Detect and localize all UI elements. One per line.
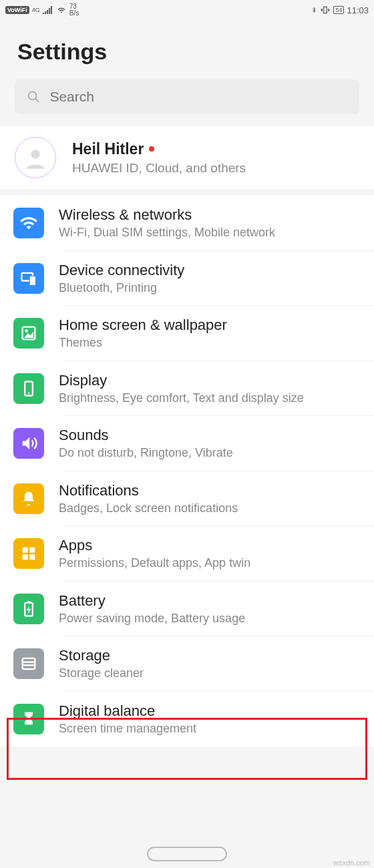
row-title: Notifications — [59, 482, 361, 499]
row-title: Home screen & wallpaper — [59, 316, 361, 334]
settings-row-storage[interactable]: StorageStorage cleaner — [0, 636, 374, 692]
row-sub: Do not disturb, Ringtone, Vibrate — [59, 445, 361, 461]
settings-row-bell[interactable]: NotificationsBadges, Lock screen notific… — [0, 471, 374, 527]
row-sub: Bluetooth, Printing — [59, 280, 361, 296]
row-title: Digital balance — [59, 702, 361, 720]
settings-row-device[interactable]: Device connectivityBluetooth, Printing — [0, 251, 374, 306]
wifi-icon — [13, 208, 44, 238]
bluetooth-icon — [311, 5, 317, 15]
svg-point-8 — [28, 393, 29, 394]
svg-rect-12 — [29, 554, 35, 560]
display-icon — [13, 373, 44, 404]
svg-rect-4 — [29, 276, 35, 285]
row-sub: Power saving mode, Battery usage — [59, 611, 361, 626]
nav-pill[interactable] — [147, 847, 227, 861]
row-title: Device connectivity — [59, 262, 361, 279]
svg-rect-11 — [23, 554, 28, 560]
search-input[interactable] — [49, 89, 347, 105]
home-icon — [13, 318, 44, 349]
row-sub: Screen time management — [59, 721, 361, 736]
bell-icon — [13, 483, 44, 514]
network-type: 4G — [32, 7, 40, 13]
settings-row-apps[interactable]: AppsPermissions, Default apps, App twin — [0, 526, 374, 582]
row-sub: Brightness, Eye comfort, Text and displa… — [59, 391, 361, 406]
row-title: Apps — [59, 537, 361, 554]
svg-rect-14 — [27, 601, 31, 604]
watermark: wsxdn.com — [333, 859, 370, 867]
settings-row-wifi[interactable]: Wireless & networksWi-Fi, Dual SIM setti… — [0, 196, 374, 251]
account-row[interactable]: Heil Hitler HUAWEI ID, Cloud, and others — [0, 126, 374, 189]
settings-row-home[interactable]: Home screen & wallpaperThemes — [0, 306, 374, 361]
svg-rect-9 — [23, 548, 28, 553]
notification-dot-icon — [149, 146, 154, 152]
battery-indicator: 54 — [333, 6, 344, 14]
svg-point-2 — [31, 150, 39, 158]
row-sub: Wi-Fi, Dual SIM settings, Mobile network — [59, 225, 361, 240]
vibrate-icon — [320, 5, 331, 15]
row-sub: Badges, Lock screen notifications — [59, 501, 361, 516]
storage-icon — [13, 648, 44, 679]
settings-row-display[interactable]: DisplayBrightness, Eye comfort, Text and… — [0, 361, 374, 417]
battery-icon — [13, 594, 44, 624]
page-header: Settings — [0, 20, 374, 79]
row-title: Storage — [59, 647, 361, 664]
data-speed: 73 B/s — [69, 3, 79, 17]
status-bar: VoWiFi 4G 73 B/s 54 11:03 — [0, 0, 374, 20]
hourglass-icon — [13, 704, 44, 734]
svg-line-1 — [35, 99, 39, 102]
row-title: Battery — [59, 592, 361, 610]
account-name: Heil Hitler — [72, 140, 144, 158]
apps-icon — [13, 538, 44, 569]
avatar — [15, 137, 56, 178]
settings-row-sound[interactable]: SoundsDo not disturb, Ringtone, Vibrate — [0, 416, 374, 471]
svg-point-0 — [29, 91, 37, 99]
settings-row-hourglass[interactable]: Digital balanceScreen time management — [0, 692, 374, 747]
wifi-status-icon — [56, 6, 67, 14]
svg-rect-10 — [29, 548, 35, 553]
account-sub: HUAWEI ID, Cloud, and others — [72, 161, 246, 176]
row-sub: Storage cleaner — [59, 666, 361, 681]
settings-row-battery[interactable]: BatteryPower saving mode, Battery usage — [0, 582, 374, 637]
row-title: Display — [59, 372, 361, 389]
signal-icon — [43, 6, 53, 14]
vowifi-badge: VoWiFi — [5, 6, 29, 14]
page-title: Settings — [17, 39, 357, 65]
svg-rect-15 — [23, 658, 35, 669]
row-sub: Permissions, Default apps, App twin — [59, 556, 361, 571]
search-icon — [27, 89, 40, 104]
settings-list: Wireless & networksWi-Fi, Dual SIM setti… — [0, 196, 374, 746]
row-title: Wireless & networks — [59, 206, 361, 224]
clock: 11:03 — [347, 5, 369, 15]
sound-icon — [13, 428, 44, 459]
device-icon — [13, 263, 44, 294]
search-box[interactable] — [15, 79, 359, 114]
row-title: Sounds — [59, 427, 361, 444]
svg-point-6 — [25, 329, 28, 333]
row-sub: Themes — [59, 335, 361, 351]
